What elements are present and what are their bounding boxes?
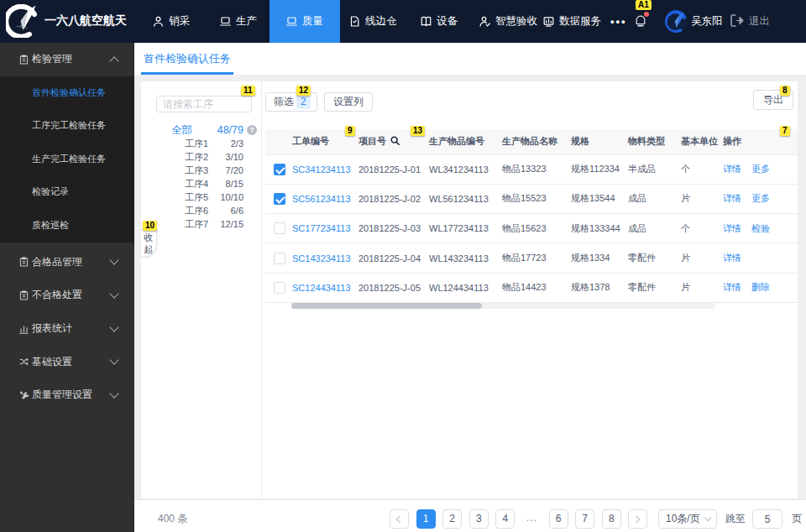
checkbox-unchecked[interactable] bbox=[274, 253, 285, 264]
nav-item-质量[interactable]: 质量 bbox=[270, 0, 340, 43]
nav-item-label: 设备 bbox=[437, 14, 458, 29]
action-link-详情[interactable]: 详情 bbox=[723, 282, 741, 292]
page-size-select[interactable]: 10条/页 bbox=[658, 509, 717, 529]
sidebar-group-基础设置[interactable]: 基础设置 bbox=[0, 345, 134, 378]
page-button-7[interactable]: 7 bbox=[575, 509, 594, 529]
cell-actions: 详情 bbox=[718, 243, 798, 273]
total-count: 400 条 bbox=[158, 503, 187, 532]
process-list-item-全部[interactable]: 全部48/79? bbox=[141, 123, 261, 137]
chevron-down-icon bbox=[109, 289, 118, 298]
user-check-icon bbox=[479, 16, 490, 27]
sidebar-group-质量管理设置[interactable]: 质量管理设置 bbox=[0, 378, 134, 412]
action-link-详情[interactable]: 详情 bbox=[723, 164, 741, 174]
action-link-详情[interactable]: 详情 bbox=[723, 223, 741, 233]
process-list-item-工序3[interactable]: 工序37/20 bbox=[141, 164, 261, 177]
order-no-link[interactable]: SC561234113 bbox=[292, 194, 351, 204]
checkbox-unchecked[interactable] bbox=[274, 282, 285, 294]
search-icon[interactable] bbox=[386, 136, 400, 146]
action-link-更多[interactable]: 更多 bbox=[751, 193, 770, 203]
pager-ellipsis: ... bbox=[522, 509, 542, 529]
file-icon bbox=[349, 16, 360, 27]
annotation-badge-8: 8 bbox=[780, 86, 790, 96]
column-header-基本单位: 基本单位 bbox=[676, 129, 718, 154]
order-no-link[interactable]: SC143234113 bbox=[292, 253, 351, 263]
sidebar-group-检验管理[interactable]: 检验管理 bbox=[0, 43, 134, 76]
jump-to-label: 跳至 bbox=[725, 503, 746, 532]
nav-item-销采[interactable]: 销采 bbox=[153, 0, 190, 43]
logout-icon[interactable] bbox=[730, 13, 745, 30]
sidebar-item-生产完工检验任务[interactable]: 生产完工检验任务 bbox=[0, 143, 134, 176]
chevron-down-icon bbox=[109, 322, 118, 331]
page-button-6[interactable]: 6 bbox=[549, 509, 568, 529]
horizontal-scrollbar-track[interactable] bbox=[291, 303, 715, 309]
action-link-检验[interactable]: 检验 bbox=[751, 223, 770, 233]
process-name: 工序4 bbox=[185, 177, 208, 190]
process-name: 全部 bbox=[171, 123, 192, 137]
checkbox-checked[interactable] bbox=[274, 193, 285, 205]
prev-page-button[interactable] bbox=[390, 509, 409, 529]
cell-item-no: WL561234113 bbox=[424, 184, 497, 213]
process-list-item-工序2[interactable]: 工序23/10 bbox=[141, 150, 261, 164]
checkbox-checked[interactable] bbox=[274, 164, 285, 175]
checkbox-unchecked[interactable] bbox=[274, 222, 285, 234]
cell-item-name: 物品13323 bbox=[497, 154, 566, 184]
cell-actions: 详情更多 bbox=[718, 184, 798, 213]
sidebar-item-检验记录[interactable]: 检验记录 bbox=[0, 175, 134, 209]
horizontal-scrollbar-thumb[interactable] bbox=[291, 303, 482, 309]
nav-item-线边仓[interactable]: 线边仓 bbox=[349, 0, 397, 43]
notifications-bell-icon[interactable] bbox=[634, 13, 647, 30]
process-list-item-工序1[interactable]: 工序12/3 bbox=[141, 137, 261, 150]
cell-project-no: 20181225-J-01 bbox=[353, 154, 424, 184]
nav-item-数据服务[interactable]: 数据服务 bbox=[543, 0, 601, 43]
logout-button[interactable]: 退出 bbox=[749, 14, 770, 29]
tools-icon bbox=[19, 390, 29, 400]
page-button-4[interactable]: 4 bbox=[495, 509, 515, 529]
process-search-input[interactable] bbox=[156, 96, 252, 112]
nav-item-label: 数据服务 bbox=[559, 14, 601, 29]
action-link-详情[interactable]: 详情 bbox=[723, 253, 741, 263]
cell-item-no: WL143234113 bbox=[424, 243, 497, 273]
column-header-物料类型: 物料类型 bbox=[623, 129, 676, 154]
action-link-详情[interactable]: 详情 bbox=[723, 193, 741, 203]
process-list-item-工序7[interactable]: 工序712/15 bbox=[141, 217, 261, 231]
sidebar-item-工序完工检验任务[interactable]: 工序完工检验任务 bbox=[0, 109, 134, 143]
page-button-3[interactable]: 3 bbox=[469, 509, 489, 529]
order-no-link[interactable]: SC177234113 bbox=[292, 223, 351, 233]
action-link-更多[interactable]: 更多 bbox=[751, 164, 770, 174]
process-list-item-工序5[interactable]: 工序510/10 bbox=[141, 190, 261, 204]
username[interactable]: 吴东阳 bbox=[691, 14, 723, 29]
more-menu-button[interactable]: ••• bbox=[610, 15, 627, 28]
action-link-删除[interactable]: 删除 bbox=[751, 282, 770, 292]
table-row: SC17723411320181225-J-03WL177234113物品156… bbox=[265, 214, 798, 243]
cell-order-no: SC124434113 bbox=[287, 273, 353, 302]
process-list-item-工序4[interactable]: 工序48/15 bbox=[141, 177, 261, 190]
page-button-8[interactable]: 8 bbox=[602, 509, 621, 529]
process-list-panel: 全部48/79?工序12/3工序23/10工序37/20工序48/15工序510… bbox=[141, 81, 262, 498]
next-page-button[interactable] bbox=[628, 509, 647, 529]
sidebar-group-不合格处置[interactable]: 不合格处置 bbox=[0, 279, 134, 312]
order-no-link[interactable]: SC124434113 bbox=[292, 283, 351, 293]
page-button-1[interactable]: 1 bbox=[416, 509, 436, 529]
cell-material-type: 成品 bbox=[623, 184, 676, 213]
nav-item-label: 质量 bbox=[302, 14, 323, 29]
tab-first-article-inspection[interactable]: 首件检验确认任务 bbox=[144, 43, 231, 72]
sidebar-item-质检巡检[interactable]: 质检巡检 bbox=[0, 209, 134, 243]
help-question-icon[interactable]: ? bbox=[247, 125, 257, 135]
collapse-panel-handle[interactable]: 收 起 bbox=[141, 229, 157, 258]
nav-item-label: 智慧验收 bbox=[495, 14, 537, 29]
sidebar-item-首件检验确认任务[interactable]: 首件检验确认任务 bbox=[0, 76, 134, 110]
cell-actions: 详情更多 bbox=[718, 154, 798, 184]
page-button-2[interactable]: 2 bbox=[442, 509, 462, 529]
nav-item-生产[interactable]: 生产 bbox=[220, 0, 257, 43]
chevron-left-icon bbox=[396, 515, 403, 522]
set-columns-button[interactable]: 设置列 bbox=[324, 92, 373, 112]
jump-to-page-input[interactable] bbox=[752, 509, 782, 529]
process-list-item-工序6[interactable]: 工序66/6 bbox=[141, 204, 261, 217]
sidebar-group-报表统计[interactable]: 报表统计 bbox=[0, 312, 134, 346]
sidebar-group-合格品管理[interactable]: 合格品管理 bbox=[0, 246, 134, 279]
order-no-link[interactable]: SC341234113 bbox=[292, 164, 351, 175]
process-count: 6/6 bbox=[231, 204, 243, 217]
nav-item-设备[interactable]: 设备 bbox=[421, 0, 458, 43]
user-avatar[interactable] bbox=[665, 10, 688, 33]
nav-item-智慧验收[interactable]: 智慧验收 bbox=[479, 0, 537, 43]
